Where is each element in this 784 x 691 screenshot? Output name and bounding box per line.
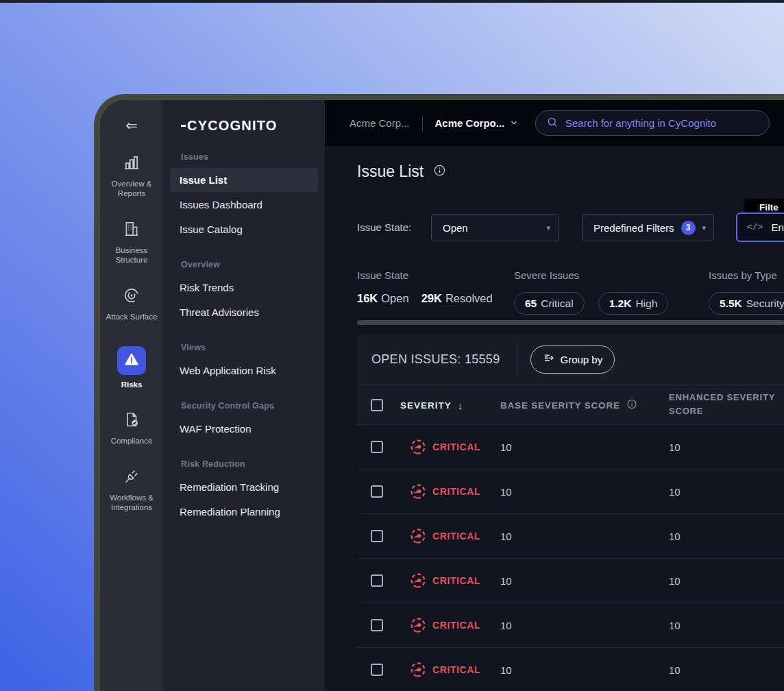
issue-state-label: Issue State: [357, 221, 411, 233]
info-icon[interactable] [626, 398, 637, 411]
caret-down-icon: ▾ [539, 223, 550, 232]
base-score-value: 10 [500, 441, 512, 453]
severity-value: CRITICAL [432, 486, 480, 497]
row-checkbox[interactable] [371, 530, 383, 542]
rail-item-label: Business Structure [100, 245, 163, 265]
predefined-filters-label: Predefined Filters [593, 222, 674, 234]
building-icon [123, 228, 140, 240]
issue-state-value: Open [443, 222, 468, 234]
severity-gauge-icon [409, 438, 427, 456]
column-base-severity-score[interactable]: BASE SEVERITY SCORE [500, 398, 637, 411]
row-checkbox[interactable] [371, 664, 383, 676]
severity-gauge-icon [409, 483, 427, 500]
rail-item-overview-reports[interactable]: Overview & Reports [100, 154, 163, 199]
sidebar-item-issues-dashboard[interactable]: Issues Dashboard [170, 193, 318, 217]
severity-value: CRITICAL [432, 664, 480, 675]
scope-selector[interactable]: Acme Corpo... [435, 117, 519, 129]
plug-icon [123, 476, 140, 487]
predefined-filters-count-badge: 3 [681, 221, 696, 235]
scope-label: Acme Corpo... [435, 117, 505, 129]
row-checkbox[interactable] [371, 619, 383, 631]
sidebar-item-remediation-planning[interactable]: Remediation Planning [170, 500, 318, 524]
stat-issue-state: Issue State 16KOpen 29KResolved [357, 269, 493, 305]
sidebar-item-remediation-tracking[interactable]: Remediation Tracking [170, 475, 318, 499]
org-name[interactable]: Acme Corp... [350, 117, 410, 129]
chevron-down-icon [510, 117, 518, 129]
sidebar: CYCOGNITO Issues Issue List Issues Dashb… [163, 100, 325, 691]
sidebar-item-waf-protection[interactable]: WAF Protection [170, 417, 318, 441]
document-check-icon [123, 419, 140, 431]
row-checkbox[interactable] [371, 441, 383, 453]
collapse-sidebar-button[interactable]: ⇐ [125, 118, 138, 132]
stat-open-count: 16KOpen [357, 292, 409, 305]
base-score-value: 10 [500, 664, 512, 676]
query-input-text: Ente [771, 221, 784, 233]
rail-item-risks[interactable]: Risks [100, 346, 163, 389]
info-icon[interactable] [433, 162, 446, 181]
query-filter-input[interactable]: </> Ente [736, 213, 784, 242]
table-row[interactable]: CRITICAL 10 10 [357, 603, 784, 647]
table-row[interactable]: CRITICAL 10 10 [357, 469, 784, 513]
sidebar-item-web-application-risk[interactable]: Web Application Risk [170, 359, 318, 383]
table-row[interactable]: CRITICAL 10 10 [357, 424, 784, 469]
issue-list-page: Issue List Issue State: Open ▾ Predefine… [325, 146, 784, 691]
rail-item-attack-surface[interactable]: Attack Surface [100, 287, 163, 322]
sidebar-item-risk-trends[interactable]: Risk Trends [170, 276, 318, 300]
issue-state-select[interactable]: Open ▾ [431, 214, 559, 241]
logo-text: CYCOGNITO [187, 118, 278, 134]
severity-value: CRITICAL [432, 531, 480, 542]
section-title-issues: Issues [163, 152, 325, 162]
enhanced-score-value: 10 [669, 664, 681, 676]
open-issues-count: OPEN ISSUES: 15559 [371, 352, 500, 367]
base-score-value: 10 [500, 531, 512, 542]
search-placeholder: Search for anything in CyCognito [565, 117, 716, 129]
severity-value: CRITICAL [432, 575, 480, 586]
rail-item-label: Overview & Reports [100, 179, 163, 199]
page-title-text: Issue List [357, 162, 424, 181]
select-all-checkbox[interactable] [371, 399, 383, 411]
severity-gauge-icon [409, 572, 427, 590]
toolbar-divider [517, 345, 517, 375]
predefined-filters-select[interactable]: Predefined Filters 3 ▾ [582, 214, 714, 241]
sidebar-item-issue-catalog[interactable]: Issue Catalog [170, 217, 318, 241]
row-checkbox[interactable] [371, 485, 383, 498]
app-window: ⇐ Overview & Reports Business [100, 100, 784, 691]
sidebar-item-threat-advisories[interactable]: Threat Advisories [170, 300, 318, 324]
table-row[interactable]: CRITICAL 10 10 [357, 513, 784, 558]
risks-active-badge [117, 346, 146, 375]
row-checkbox[interactable] [371, 574, 383, 587]
severity-gauge-icon [409, 616, 427, 634]
rail-item-label: Workflows & Integrations [100, 493, 163, 513]
enhanced-score-value: 10 [669, 486, 681, 498]
sort-descending-icon[interactable]: ↓ [458, 399, 464, 411]
rail-item-compliance[interactable]: Compliance [100, 411, 163, 446]
severity-gauge-icon [409, 527, 427, 545]
code-icon: </> [747, 222, 763, 232]
high-count-pill[interactable]: 1.2KHigh [598, 292, 669, 315]
sidebar-item-issue-list[interactable]: Issue List [170, 168, 318, 192]
severity-value: CRITICAL [432, 441, 480, 452]
column-severity[interactable]: SEVERITY ↓ [400, 399, 463, 411]
column-enhanced-severity-score[interactable]: ENHANCED SEVERITY SCORE [669, 391, 784, 420]
enhanced-score-value: 10 [669, 620, 681, 631]
severity-gauge-icon [409, 661, 427, 679]
security-count-pill[interactable]: 5.5KSecurity [709, 292, 784, 315]
group-by-label: Group by [561, 354, 603, 365]
caret-down-icon: ▾ [696, 223, 707, 232]
horizontal-scrollbar[interactable] [357, 320, 784, 325]
bar-chart-icon [123, 162, 140, 173]
rail-item-workflows-integrations[interactable]: Workflows & Integrations [100, 468, 163, 513]
stat-label: Issue State [357, 269, 493, 281]
table-row[interactable]: CRITICAL 10 10 [357, 647, 784, 691]
group-by-button[interactable]: Group by [530, 346, 615, 374]
logo-dash-mark [181, 125, 186, 127]
table-row[interactable]: CRITICAL 10 10 [357, 558, 784, 603]
icon-rail: ⇐ Overview & Reports Business [100, 100, 163, 691]
section-title-risk-reduction: Risk Reduction [163, 459, 325, 469]
critical-count-pill[interactable]: 65Critical [514, 292, 585, 315]
table-toolbar: OPEN ISSUES: 15559 Group by [357, 335, 784, 385]
rail-item-business-structure[interactable]: Business Structure [100, 220, 163, 265]
search-input[interactable]: Search for anything in CyCognito [535, 110, 770, 136]
group-by-icon [543, 352, 555, 367]
issues-table: OPEN ISSUES: 15559 Group by [357, 335, 784, 691]
